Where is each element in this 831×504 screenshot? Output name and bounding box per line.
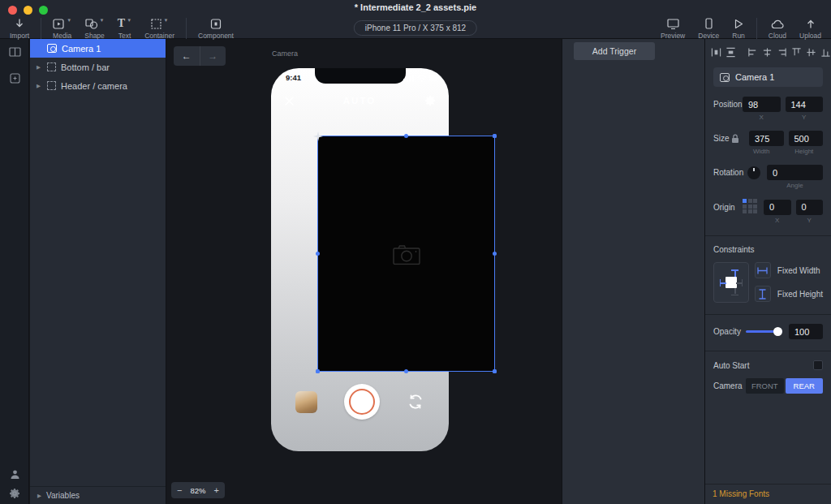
chevron-down-icon: ▼ [100,18,105,23]
layer-item-header-camera[interactable]: ▶ Header / camera [30,76,166,95]
components-panel-icon[interactable] [0,73,29,84]
align-left-icon[interactable] [747,47,758,58]
width-input[interactable]: 375 [749,131,784,146]
app-header: * Intermediate 2_2 assets.pie Import ▼ M… [0,0,831,39]
run-button[interactable]: Run [726,17,751,40]
height-input[interactable]: 500 [789,131,824,146]
canvas[interactable]: ← → Camera 9:41 [167,39,562,504]
auto-mode-label[interactable]: AUTO [343,96,376,106]
layer-item-camera-1[interactable]: Camera 1 [30,39,166,58]
camera-front-option[interactable]: FRONT [746,378,784,394]
toolbar-separator [186,18,187,39]
zoom-control: − 82% + [171,482,225,498]
origin-row: Origin 0 0 [705,199,831,215]
position-row: Position 98 144 [705,97,831,112]
align-top-icon[interactable] [791,47,802,58]
position-y-input[interactable]: 144 [786,97,824,112]
align-middle-vertical-icon[interactable] [806,47,816,58]
auto-start-row: Auto Start [705,360,831,370]
settings-gear-icon[interactable] [0,488,29,499]
pages-panel-icon[interactable] [0,47,29,57]
upload-arrow-icon [805,17,816,29]
selection-handle[interactable] [316,252,320,256]
shutter-button[interactable] [344,384,380,420]
camera-settings-gear-icon[interactable] [424,95,436,106]
opacity-label: Opacity [713,327,746,336]
selection-handle[interactable] [404,134,408,138]
zoom-in-button[interactable]: + [214,485,219,495]
layer-name-field[interactable]: Camera 1 [713,67,823,87]
media-button[interactable]: ▼ Media [46,17,78,40]
zoom-level[interactable]: 82% [190,486,205,495]
status-bar: 9:41 [286,73,439,82]
variables-section[interactable]: ▶ Variables [30,486,166,504]
align-center-horizontal-icon[interactable] [762,47,773,58]
layer-item-bottom-bar[interactable]: ▶ Bottom / bar [30,58,166,76]
photo-thumbnail[interactable] [295,391,317,413]
auto-start-label: Auto Start [713,361,749,370]
origin-y-input[interactable]: 0 [796,200,824,215]
signal-bars-icon [403,75,414,81]
origin-point-marker[interactable] [313,131,323,141]
angle-input[interactable]: 0 [767,165,823,180]
selection-handle[interactable] [493,134,497,138]
selected-camera-layer[interactable] [317,136,495,372]
cloud-button[interactable]: Cloud [762,17,793,40]
account-icon[interactable] [0,469,29,480]
close-x-icon[interactable] [284,96,295,106]
battery-icon [429,75,439,80]
toolbar-separator [41,18,41,39]
back-arrow-button[interactable]: ← [174,46,200,66]
expand-triangle-icon[interactable]: ▶ [35,83,42,89]
shape-button[interactable]: ▼ Shape [78,17,111,40]
camera-rear-option[interactable]: REAR [786,378,824,394]
selection-handle[interactable] [493,252,497,256]
device-selector[interactable]: iPhone 11 Pro / X 375 x 812 [354,20,477,36]
rotation-label: Rotation [713,168,747,177]
distribute-horizontal-icon[interactable] [711,47,721,58]
fixed-width-toggle[interactable]: Fixed Width [755,262,823,278]
screen-label[interactable]: Camera [272,50,298,58]
opacity-slider-knob[interactable] [773,327,782,336]
camera-layer-icon [720,73,730,82]
upload-button[interactable]: Upload [793,17,828,40]
constraints-pin-widget[interactable] [713,262,749,303]
origin-label: Origin [713,203,743,212]
align-right-icon[interactable] [777,47,787,58]
forward-arrow-button[interactable]: → [200,46,226,66]
align-bottom-icon[interactable] [820,47,831,58]
layer-label: Camera 1 [62,44,101,54]
origin-anchor-grid[interactable] [743,199,759,215]
container-layer-icon [47,62,56,71]
layer-label: Header / camera [61,81,127,91]
zoom-out-button[interactable]: − [177,485,182,495]
import-button[interactable]: Import [3,17,36,40]
text-icon: T ▼ [118,17,131,29]
preview-button[interactable]: Preview [654,17,691,40]
container-button[interactable]: ▼ Container [138,17,181,40]
device-button[interactable]: Device [691,17,726,40]
text-button[interactable]: T ▼ Text [111,17,138,40]
lock-aspect-icon[interactable] [731,134,743,144]
fixed-width-icon [755,262,771,278]
opacity-slider[interactable] [746,326,782,338]
origin-x-input[interactable]: 0 [764,200,791,215]
fixed-height-toggle[interactable]: Fixed Height [755,286,823,302]
origin-y-axis-label: Y [796,217,824,224]
distribute-vertical-icon[interactable] [726,47,736,58]
rotation-knob[interactable] [747,166,760,179]
opacity-input[interactable]: 100 [789,324,823,339]
width-axis-label: Width [743,148,781,155]
position-x-input[interactable]: 98 [743,97,781,112]
selection-handle[interactable] [493,369,497,373]
selection-handle[interactable] [404,369,408,373]
component-button[interactable]: Component [192,17,240,40]
layers-panel: Camera 1 ▶ Bottom / bar ▶ Header / camer… [30,39,166,504]
missing-fonts-warning[interactable]: 1 Missing Fonts [705,484,831,504]
canvas-navigation: ← → [174,46,226,66]
selection-handle[interactable] [316,369,320,373]
auto-start-checkbox[interactable] [813,360,823,370]
expand-triangle-icon[interactable]: ▶ [35,64,42,71]
flip-camera-icon[interactable] [407,393,424,411]
add-trigger-button[interactable]: Add Trigger [574,42,655,60]
